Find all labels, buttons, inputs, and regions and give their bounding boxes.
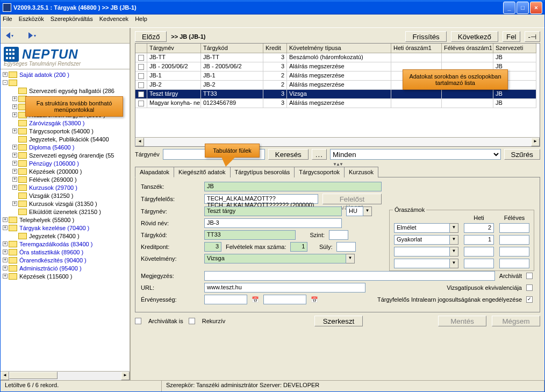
- archivalt-checkbox[interactable]: [526, 273, 533, 279]
- heti-elmelet[interactable]: 2: [464, 223, 494, 233]
- ora-type-4[interactable]: ▼: [394, 259, 458, 268]
- menu-tools[interactable]: Eszközök: [19, 16, 44, 26]
- menu-file[interactable]: File: [3, 16, 12, 26]
- archivaltak-label: Archiváltak is: [148, 318, 183, 324]
- megsem-button[interactable]: Mégsem: [492, 316, 540, 326]
- logo-area: NEPTUN Egységes Tanulmányi Rendszer: [1, 44, 130, 69]
- mentes-button[interactable]: Mentés: [438, 316, 486, 326]
- megj-field[interactable]: [204, 271, 495, 281]
- tree-item[interactable]: Elküldött üzenetek (32150 ): [1, 208, 130, 216]
- tab-alapadatok[interactable]: Alapadatok: [135, 167, 174, 177]
- next-button[interactable]: Következő: [451, 31, 498, 42]
- menu-role[interactable]: Szerepkörváltás: [51, 16, 93, 26]
- nav-back-button[interactable]: ▾: [5, 31, 15, 40]
- menu-fav[interactable]: Kedvencek: [99, 16, 128, 26]
- grid-header[interactable]: Heti óraszám1: [391, 44, 442, 53]
- menu-help[interactable]: Help: [135, 16, 147, 26]
- grid-h-scrollbar[interactable]: ◄►: [135, 137, 540, 146]
- tree-item[interactable]: +Szervezeti egység órarendje (55: [1, 151, 130, 159]
- tab-kiegeszito[interactable]: Kiegészítő adatok: [174, 167, 230, 177]
- feleves-3[interactable]: [499, 247, 529, 256]
- table-row[interactable]: Teszt tárgyTT333VizsgaJB: [135, 90, 540, 99]
- table-row[interactable]: JB-TTJB-TT3Beszámoló (háromfokozatú)JB: [135, 53, 540, 62]
- heti-gyak[interactable]: 1: [464, 235, 494, 245]
- ora-type-2[interactable]: Gyakorlat▼: [394, 235, 458, 245]
- url-field[interactable]: www.teszt.hu: [204, 283, 365, 293]
- tree-item[interactable]: Jegyzetek (78400 ): [1, 232, 130, 240]
- suly-field[interactable]: [336, 242, 356, 252]
- tree-item[interactable]: +Saját adatok (200 ): [1, 70, 130, 79]
- search-button[interactable]: Keresés: [268, 149, 309, 160]
- callout-tree: Fa struktúra tovább bontható menüpontokk…: [25, 96, 123, 117]
- erv-to[interactable]: [263, 295, 306, 304]
- tree-item[interactable]: +Teremgazdálkodás (83400 ): [1, 240, 130, 248]
- tree-item[interactable]: +Órarendkészítés (90400 ): [1, 256, 130, 264]
- tree-item[interactable]: +Félévek (269000 ): [1, 175, 130, 183]
- suly-label: Súly:: [312, 244, 332, 250]
- grid-header[interactable]: Tárgynév: [147, 44, 201, 53]
- tree-item[interactable]: -: [1, 79, 130, 87]
- tree-item[interactable]: +Diploma (54600 ): [1, 143, 130, 151]
- grid-header[interactable]: Szervezeti: [493, 44, 536, 53]
- tree-item[interactable]: +Tárgycsoportok (54000 ): [1, 127, 130, 135]
- filter-select[interactable]: Minden: [330, 149, 501, 160]
- grid-header[interactable]: Tárgykód: [201, 44, 263, 53]
- tab-targycsoportok[interactable]: Tárgycsoportok: [294, 167, 345, 177]
- maximize-button[interactable]: □: [517, 2, 529, 14]
- feleves-4[interactable]: [499, 259, 529, 268]
- prev-button[interactable]: Előző: [135, 31, 167, 42]
- feleves-elmelet[interactable]: [499, 223, 529, 233]
- tree-h-scrollbar[interactable]: ◄►: [1, 371, 130, 380]
- felelos-field[interactable]: TECH_ALKALMAZOTT?? TECH_ALKALMAZOTT?????…: [204, 194, 318, 204]
- lang-combo[interactable]: HU▼: [346, 206, 372, 216]
- grid-header[interactable]: Kredit: [263, 44, 287, 53]
- filter-apply-button[interactable]: Szűrés: [504, 149, 540, 160]
- tree-item[interactable]: +Óra statisztikák (89600 ): [1, 248, 130, 256]
- tree-item[interactable]: +Adminisztráció (95400 ): [1, 264, 130, 272]
- feleves-gyak[interactable]: [499, 235, 529, 245]
- tree-item[interactable]: Szervezeti egység hallgatói (286: [1, 87, 130, 95]
- ekviv-checkbox[interactable]: [526, 284, 533, 291]
- tree-item[interactable]: +Képzések (115600 ): [1, 272, 130, 280]
- heti-3[interactable]: [464, 247, 494, 256]
- search-more-button[interactable]: ...: [312, 149, 327, 160]
- tree-item[interactable]: +Pénzügy (106000 ): [1, 159, 130, 167]
- rovid-field[interactable]: JB-3: [204, 218, 342, 228]
- grid-header[interactable]: Követelmény típusa: [287, 44, 391, 53]
- tree-item[interactable]: Záróvizsgák (53800 ): [1, 119, 130, 127]
- tab-kurzusok[interactable]: Kurzusok: [344, 167, 378, 177]
- tree-item[interactable]: Jegyzetek, Publikációk (54400: [1, 135, 130, 143]
- heti-4[interactable]: [464, 259, 494, 268]
- rekurziv-checkbox[interactable]: [189, 318, 195, 324]
- splitter[interactable]: ▼▲▼: [131, 162, 544, 166]
- ora-type-3[interactable]: ▼: [394, 247, 458, 256]
- szerkeszt-button[interactable]: Szerkeszt: [314, 316, 363, 326]
- tree-item[interactable]: +Képzések (200000 ): [1, 167, 130, 175]
- grid-header[interactable]: [135, 44, 147, 53]
- intra-checkbox[interactable]: ✓: [526, 296, 533, 303]
- date-icon-1[interactable]: 📅: [252, 296, 259, 303]
- grid-header[interactable]: Féléves óraszám1: [442, 44, 493, 53]
- up-button[interactable]: Fel: [503, 31, 520, 42]
- logo-icon: [4, 47, 19, 62]
- ora-type-1[interactable]: Elmélet▼: [394, 223, 458, 233]
- table-row[interactable]: Magyar konyha- nem01234567893Aláírás meg…: [135, 99, 540, 108]
- close-button[interactable]: ×: [530, 2, 542, 14]
- date-icon-2[interactable]: 📅: [311, 296, 318, 303]
- tree-item[interactable]: Vizsgák (31250 ): [1, 191, 130, 199]
- data-grid[interactable]: TárgynévTárgykódKreditKövetelmény típusa…: [135, 43, 540, 147]
- nav-forward-button[interactable]: ▾: [27, 31, 37, 40]
- archivaltak-checkbox[interactable]: [135, 318, 141, 324]
- kov-combo[interactable]: Vizsga▼: [204, 254, 355, 263]
- szint-field[interactable]: [329, 230, 348, 240]
- felelos-choose-button[interactable]: Felelőst választ: [322, 194, 382, 204]
- refresh-button[interactable]: Frissítés: [405, 31, 446, 42]
- tree-item[interactable]: +Kurzusok vizsgái (31350 ): [1, 199, 130, 208]
- pin-button[interactable]: -⊣: [525, 31, 540, 42]
- tree-item[interactable]: +Tárgyak kezelése (70400 ): [1, 224, 130, 232]
- tree-item[interactable]: +Kurzusok (29700 ): [1, 183, 130, 191]
- tree-item[interactable]: +Telephelyek (55800 ): [1, 216, 130, 224]
- erv-from[interactable]: [204, 295, 247, 304]
- minimize-button[interactable]: _: [503, 2, 515, 14]
- tab-targytipus[interactable]: Tárgytípus besorolás: [230, 167, 295, 177]
